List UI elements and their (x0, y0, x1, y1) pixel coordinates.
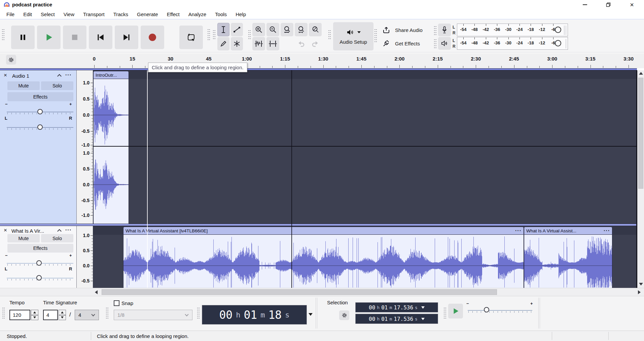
clip-header[interactable]: IntroOutr... (93, 71, 129, 79)
zoom-in-button[interactable] (252, 23, 265, 36)
tempo-stepper[interactable] (31, 310, 38, 320)
record-button[interactable] (141, 26, 164, 49)
pause-button[interactable] (11, 26, 35, 49)
menu-item-select[interactable]: Select (36, 10, 59, 18)
audio-setup-toolbar-grip[interactable] (328, 30, 331, 40)
scroll-up-icon[interactable] (639, 72, 643, 75)
scroll-right-icon[interactable] (638, 290, 641, 294)
play-at-speed-grip[interactable] (443, 307, 446, 319)
track-2-gain-slider[interactable] (36, 260, 42, 266)
time-display[interactable]: 00 h 01 m 18 s (202, 305, 307, 325)
zoom-out-button[interactable] (266, 23, 279, 36)
undo-button[interactable] (295, 37, 308, 50)
redo-button[interactable] (309, 37, 322, 50)
draw-tool-button[interactable] (217, 37, 229, 50)
clip-header[interactable]: What Is A Virtual Assistant [lv4TLB66i0E… (123, 227, 524, 235)
snap-select[interactable]: 1/8 (114, 310, 192, 320)
vertical-scrollbar[interactable] (637, 70, 644, 288)
track-boundary[interactable] (0, 224, 637, 226)
time-signature-upper-input[interactable]: 4 (43, 310, 58, 320)
track-1-control-panel[interactable]: × Audio 1 ··· Mute Solo Effects − + L R (0, 70, 77, 224)
time-signature-lower-select[interactable]: 4 (75, 310, 99, 320)
loop-button[interactable] (179, 26, 203, 49)
scroll-left-icon[interactable] (95, 290, 98, 294)
track-2-control-panel[interactable]: × What Is A Vir... ··· Mute Solo Effects… (0, 226, 77, 288)
skip-to-start-button[interactable] (89, 26, 112, 49)
tempo-input[interactable]: 120 (9, 310, 30, 320)
envelope-tool-button[interactable] (231, 23, 243, 36)
track-2-pan-slider[interactable] (36, 275, 42, 280)
track-2-collapse-icon[interactable] (57, 229, 62, 233)
track-1-clip-introoutro[interactable]: IntroOutr... (93, 71, 129, 224)
clip-menu-icon[interactable]: ··· (604, 228, 610, 234)
transport-toolbar-grip[interactable] (2, 29, 5, 41)
menu-item-file[interactable]: File (2, 10, 19, 18)
get-effects-button[interactable]: Get Effects (379, 37, 433, 50)
selection-tool-button[interactable] (217, 23, 229, 36)
time-signature-step-down[interactable] (59, 315, 66, 320)
menu-item-tracks[interactable]: Tracks (109, 10, 133, 18)
menu-item-effect[interactable]: Effect (163, 10, 184, 18)
snap-checkbox[interactable] (114, 300, 119, 306)
time-signature-stepper[interactable] (59, 310, 66, 320)
vertical-scrollbar-thumb[interactable] (638, 78, 643, 189)
timeline-options-button[interactable] (6, 55, 16, 65)
playback-meter[interactable]: -54-48-42-36-30-24-18-12-6 (457, 37, 568, 50)
menu-item-tools[interactable]: Tools (211, 10, 231, 18)
track-1-mute-button[interactable]: Mute (7, 81, 40, 90)
track-1-menu-icon[interactable]: ··· (65, 72, 72, 78)
clip-menu-icon[interactable]: ··· (515, 228, 522, 234)
zoom-selection-button[interactable] (281, 23, 293, 36)
snap-toolbar-grip[interactable] (106, 307, 109, 319)
tools-toolbar-grip[interactable] (213, 30, 216, 40)
recording-meter-mic-button[interactable] (438, 24, 451, 36)
speed-slider[interactable] (484, 307, 489, 312)
time-toolbar-grip[interactable] (197, 307, 200, 319)
playback-meter-grip[interactable] (434, 39, 437, 48)
time-display-format-icon[interactable] (309, 313, 313, 316)
clip-body[interactable] (93, 79, 129, 224)
audio-setup-button[interactable]: Audio Setup (333, 22, 373, 50)
time-signature-toolbar-grip[interactable] (2, 307, 5, 319)
menu-item-edit[interactable]: Edit (19, 10, 36, 18)
stop-button[interactable] (63, 26, 86, 49)
fit-project-button[interactable] (295, 23, 308, 36)
track-1-vertical-scale[interactable]: 1.00.50.0-0.5-1.01.00.50.0-0.5-1.0 (77, 70, 93, 224)
time-signature-step-up[interactable] (59, 310, 66, 315)
track-2-mute-button[interactable]: Mute (7, 234, 40, 242)
zoom-toggle-button[interactable] (309, 23, 322, 36)
horizontal-scrollbar[interactable] (0, 288, 644, 296)
transport-toolbar-end-grip[interactable] (207, 29, 210, 41)
horizontal-scrollbar-thumb[interactable] (102, 289, 497, 295)
play-at-speed-button[interactable] (448, 304, 463, 318)
track-2-solo-button[interactable]: Solo (41, 234, 73, 242)
track-2-close-icon[interactable]: × (4, 228, 7, 233)
track-2-name[interactable]: What Is A Vir... (11, 228, 44, 234)
restore-button[interactable] (601, 0, 616, 9)
menu-item-analyze[interactable]: Analyze (184, 10, 211, 18)
playback-meter-speaker-button[interactable] (438, 37, 451, 50)
track-1-solo-button[interactable]: Solo (41, 81, 73, 90)
scroll-down-icon[interactable] (639, 283, 643, 286)
track-2-effects-button[interactable]: Effects (7, 244, 73, 253)
dropdown-icon[interactable] (421, 318, 425, 320)
clip-body[interactable] (524, 235, 612, 288)
recording-meter-grip[interactable] (434, 26, 437, 35)
share-toolbar-grip[interactable] (374, 29, 377, 42)
menu-item-view[interactable]: View (59, 10, 79, 18)
track-1-effects-button[interactable]: Effects (7, 92, 73, 101)
minimize-button[interactable] (577, 0, 592, 9)
silence-audio-button[interactable] (266, 37, 279, 50)
track-1-name[interactable]: Audio 1 (12, 73, 29, 79)
dropdown-icon[interactable] (421, 306, 425, 309)
tempo-step-down[interactable] (31, 315, 38, 320)
tempo-step-up[interactable] (31, 310, 38, 315)
track-1-gain-slider[interactable] (37, 109, 43, 114)
selection-settings-button[interactable] (339, 310, 349, 320)
track-2-vertical-scale[interactable]: 1.00.50.0-0.5 (77, 226, 93, 288)
selection-end-display[interactable]: 00h 01m 17.536s (355, 314, 438, 324)
edit-toolbar-grip[interactable] (248, 30, 251, 40)
trim-audio-button[interactable] (252, 37, 265, 50)
timeline-ruler[interactable]: 01530451:001:151:301:452:002:152:302:453… (0, 53, 644, 68)
track-1-collapse-icon[interactable] (57, 74, 62, 78)
